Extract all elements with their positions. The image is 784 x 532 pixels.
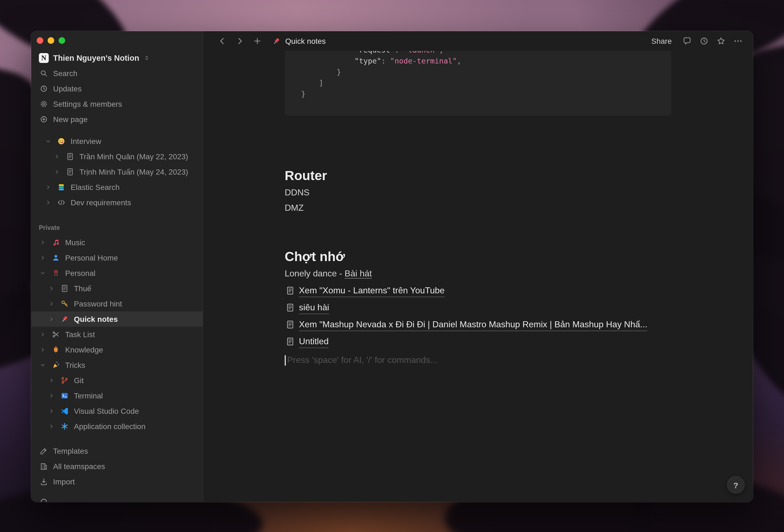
sidebar: N Thien Nguyen's Notion Search Updates S… (31, 31, 203, 502)
party-popper-icon (51, 360, 61, 370)
chevron-right-icon[interactable] (48, 285, 55, 292)
sidebar-item-import[interactable]: Import (31, 474, 202, 489)
code-line: "type": "node-terminal", (301, 55, 655, 66)
search-icon (39, 68, 49, 78)
sidebar-item-label: Thuế (74, 284, 91, 293)
chevron-down-icon[interactable] (39, 269, 47, 277)
minimize-window-button[interactable] (48, 37, 54, 44)
code-block[interactable]: "request": "launch", "type": "node-termi… (285, 51, 671, 115)
add-page-button[interactable] (250, 34, 264, 48)
vscode-icon (60, 406, 69, 416)
text-block[interactable]: DMZ (285, 201, 671, 215)
sidebar-item-search[interactable]: Search (31, 66, 202, 81)
building-icon (39, 461, 49, 471)
sidebar-item-personal[interactable]: Personal (31, 265, 202, 281)
main-area: Quick notes Share "request": "launch", "… (203, 31, 753, 502)
history-button[interactable] (697, 34, 711, 48)
sidebar-item-label: Personal Home (65, 253, 118, 262)
chevron-right-icon[interactable] (39, 239, 47, 246)
heading-chot-nho: Chợt nhớ (285, 249, 671, 265)
sidebar-item-label: Import (53, 477, 75, 486)
chevron-right-icon[interactable] (48, 392, 55, 399)
sidebar-item-label: Git (74, 376, 84, 385)
chevron-down-icon[interactable] (39, 361, 47, 369)
sidebar-item-label: Templates (53, 447, 88, 455)
chevron-right-icon[interactable] (44, 184, 52, 191)
sidebar-item-tricks[interactable]: Tricks (31, 357, 202, 373)
text-block[interactable]: DDNS (285, 186, 671, 199)
chevron-right-icon[interactable] (39, 331, 47, 338)
inline-page-link[interactable]: Bài hát (345, 269, 372, 278)
close-window-button[interactable] (37, 37, 43, 44)
code-line: } (301, 66, 655, 77)
sidebar-item-task-list[interactable]: Task List (31, 327, 202, 342)
zoom-window-button[interactable] (59, 37, 65, 44)
window-controls (37, 37, 65, 44)
favorite-star-button[interactable] (714, 34, 728, 48)
forward-button[interactable] (233, 34, 247, 48)
chevron-right-icon[interactable] (39, 346, 47, 354)
sidebar-item-new-page[interactable]: New page (31, 112, 202, 127)
sidebar-item-label: Visual Studio Code (74, 407, 139, 415)
page-content[interactable]: "request": "launch", "type": "node-termi… (203, 51, 753, 502)
pushpin-icon (272, 37, 281, 46)
sidebar-item-label: Password hint (74, 299, 122, 308)
page-link-mashup-nevada[interactable]: Xem "Mashup Nevada x Đi Đi Đi | Daniel M… (285, 316, 671, 333)
page-link-untitled[interactable]: Untitled (285, 333, 671, 350)
sidebar-item-label: Quick notes (74, 315, 118, 324)
sidebar-item-all-teamspaces[interactable]: All teamspaces (31, 459, 202, 474)
sidebar-item-label: Tricks (65, 361, 85, 369)
code-line: } (301, 88, 655, 99)
back-button[interactable] (215, 34, 229, 48)
sidebar-item-tran-minh-quan[interactable]: Trần Minh Quân (May 22, 2023) (31, 149, 202, 164)
help-button[interactable]: ? (728, 477, 744, 493)
sidebar-item-personal-home[interactable]: Personal Home (31, 250, 202, 265)
editor-placeholder[interactable]: Press 'space' for AI, '/' for commands..… (285, 354, 671, 367)
page-link-xomu-lanterns[interactable]: Xem "Xomu - Lanterns" trên YouTube (285, 282, 671, 299)
asterisk-icon (60, 421, 69, 431)
sidebar-item-thue[interactable]: Thuế (31, 281, 202, 296)
sidebar-item-quick-notes[interactable]: Quick notes (31, 311, 202, 327)
gear-icon (39, 99, 49, 109)
sidebar-item-label: Updates (53, 84, 82, 93)
chevron-down-icon[interactable] (44, 137, 52, 145)
chevron-right-icon[interactable] (48, 315, 55, 323)
chevron-right-icon[interactable] (48, 423, 55, 430)
text-caret (285, 355, 285, 365)
comments-button[interactable] (680, 34, 694, 48)
sidebar-item-dev-requirements[interactable]: Dev requirements (31, 195, 202, 210)
workspace-switcher[interactable]: N Thien Nguyen's Notion (31, 53, 202, 63)
document-icon (65, 167, 75, 177)
sidebar-item-password-hint[interactable]: Password hint (31, 296, 202, 311)
sidebar-item-elastic-search[interactable]: Elastic Search (31, 179, 202, 195)
chevron-right-icon[interactable] (53, 168, 61, 176)
sidebar-item-clipped[interactable] (31, 494, 202, 502)
sidebar-item-terminal[interactable]: Terminal (31, 388, 202, 403)
document-icon (285, 302, 295, 313)
page-link-sieu-hai[interactable]: siêu hài (285, 299, 671, 316)
sidebar-item-music[interactable]: Music (31, 235, 202, 250)
chevron-right-icon[interactable] (39, 254, 47, 262)
sidebar-item-label: Settings & members (53, 100, 122, 108)
sidebar-item-git[interactable]: Git (31, 373, 202, 388)
sidebar-item-trinh-minh-tuan[interactable]: Trịnh Minh Tuấn (May 24, 2023) (31, 164, 202, 179)
sidebar-item-knowledge[interactable]: Knowledge (31, 342, 202, 357)
share-button[interactable]: Share (646, 37, 677, 46)
sidebar-item-settings-members[interactable]: Settings & members (31, 96, 202, 112)
import-icon (39, 477, 49, 486)
sidebar-item-templates[interactable]: Templates (31, 443, 202, 459)
chevron-right-icon[interactable] (48, 300, 55, 308)
chevron-right-icon[interactable] (44, 199, 52, 206)
text-block[interactable]: Lonely dance - Bài hát (285, 267, 671, 280)
sidebar-item-visual-studio-code[interactable]: Visual Studio Code (31, 403, 202, 419)
sidebar-item-interview[interactable]: Interview (31, 134, 202, 149)
sidebar-item-application-collection[interactable]: Application collection (31, 419, 202, 434)
chevron-right-icon[interactable] (53, 153, 61, 160)
text-span: Lonely dance - (285, 269, 345, 278)
chevron-right-icon[interactable] (48, 376, 55, 384)
sidebar-item-updates[interactable]: Updates (31, 81, 202, 96)
more-options-button[interactable] (731, 34, 745, 48)
page-breadcrumb[interactable]: Quick notes (272, 37, 326, 46)
page-link-title: Xem "Mashup Nevada x Đi Đi Đi | Daniel M… (299, 318, 647, 331)
chevron-right-icon[interactable] (48, 407, 55, 415)
